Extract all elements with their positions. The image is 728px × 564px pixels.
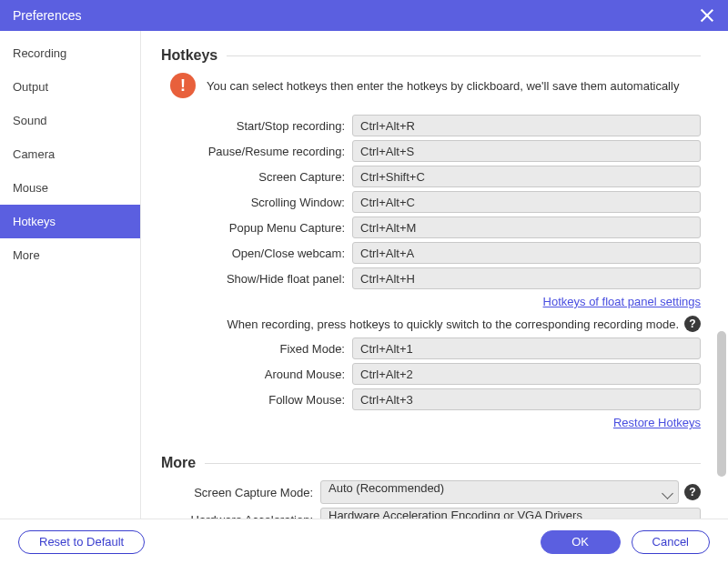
field-label: Popup Menu Capture:: [161, 221, 352, 235]
field-label: Scrolling Window:: [161, 196, 352, 209]
help-icon[interactable]: ?: [684, 316, 701, 332]
select-capture-mode[interactable]: Auto (Recommended): [320, 480, 679, 504]
reset-button[interactable]: Reset to Default: [18, 530, 145, 554]
sidebar-item-sound[interactable]: Sound: [0, 104, 140, 137]
content-area: Hotkeys ! You can select hotkeys then en…: [141, 31, 728, 519]
hotkey-input-webcam[interactable]: [352, 242, 701, 264]
sidebar-item-output[interactable]: Output: [0, 70, 140, 104]
section-title-hotkeys: Hotkeys: [161, 47, 217, 64]
mode-note-text: When recording, press hotkeys to quickly…: [228, 317, 679, 331]
scrollbar[interactable]: [717, 331, 726, 477]
field-label: Follow Mouse:: [161, 393, 352, 407]
ok-button[interactable]: OK: [541, 530, 621, 554]
footer: Reset to Default OK Cancel: [0, 519, 728, 564]
field-label: Pause/Resume recording:: [161, 145, 352, 158]
link-float-panel-hotkeys[interactable]: Hotkeys of float panel settings: [543, 295, 701, 308]
sidebar-item-more[interactable]: More: [0, 238, 140, 272]
sidebar: Recording Output Sound Camera Mouse Hotk…: [0, 31, 141, 519]
sidebar-item-camera[interactable]: Camera: [0, 137, 140, 171]
sidebar-item-hotkeys[interactable]: Hotkeys: [0, 205, 140, 238]
field-label: Hardware Acceleration:: [161, 513, 320, 519]
hotkey-input-scrolling-window[interactable]: [352, 191, 701, 213]
titlebar: Preferences: [0, 0, 728, 31]
field-label: Open/Close webcam:: [161, 247, 352, 260]
sidebar-item-recording[interactable]: Recording: [0, 36, 140, 70]
field-label: Start/Stop recording:: [161, 119, 352, 133]
field-label: Screen Capture:: [161, 170, 352, 184]
divider: [205, 463, 701, 464]
field-label: Fixed Mode:: [161, 342, 352, 356]
hotkey-input-fixed-mode[interactable]: [352, 337, 701, 359]
help-icon[interactable]: ?: [684, 484, 701, 500]
hotkey-input-follow-mouse[interactable]: [352, 388, 701, 410]
hotkey-input-start-stop[interactable]: [352, 115, 701, 136]
hotkey-input-float-panel[interactable]: [352, 267, 701, 289]
hotkey-input-around-mouse[interactable]: [352, 363, 701, 385]
field-label: Around Mouse:: [161, 368, 352, 381]
cancel-button[interactable]: Cancel: [632, 530, 710, 554]
hotkey-input-screen-capture[interactable]: [352, 166, 701, 187]
close-icon[interactable]: [699, 7, 715, 24]
divider: [227, 55, 701, 56]
link-restore-hotkeys[interactable]: Restore Hotkeys: [613, 416, 701, 429]
section-title-more: More: [161, 455, 196, 471]
field-label: Show/Hide float panel:: [161, 272, 352, 286]
hotkey-input-pause-resume[interactable]: [352, 140, 701, 162]
hotkey-input-popup-menu[interactable]: [352, 217, 701, 238]
exclamation-icon: !: [170, 73, 196, 98]
window-title: Preferences: [13, 8, 81, 23]
field-label: Screen Capture Mode:: [161, 486, 320, 499]
select-hw-accel[interactable]: Hardware Acceleration Encoding or VGA Dr…: [320, 508, 701, 519]
sidebar-item-mouse[interactable]: Mouse: [0, 171, 140, 205]
info-text: You can select hotkeys then enter the ho…: [207, 79, 679, 93]
